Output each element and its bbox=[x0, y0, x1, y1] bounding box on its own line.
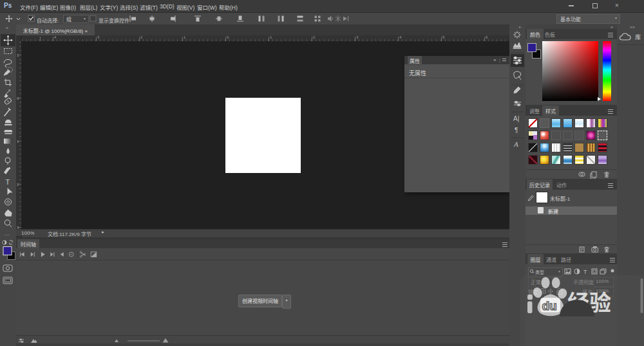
svg-text:»: » bbox=[6, 26, 8, 30]
svg-text:A: A bbox=[513, 140, 518, 148]
svg-text:¶: ¶ bbox=[515, 127, 518, 134]
svg-text:T: T bbox=[6, 178, 10, 186]
svg-text:du: du bbox=[542, 299, 557, 313]
svg-text:A|: A| bbox=[513, 115, 519, 122]
svg-text:...: ... bbox=[5, 231, 10, 237]
